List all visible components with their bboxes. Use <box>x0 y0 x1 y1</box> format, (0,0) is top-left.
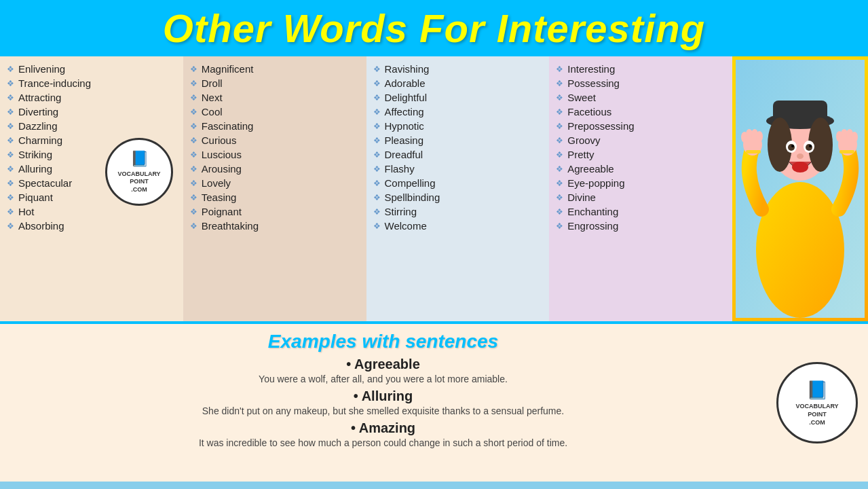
diamond-icon: ❖ <box>556 79 563 88</box>
list-item: ❖Curious <box>190 133 360 147</box>
diamond-icon: ❖ <box>556 93 563 103</box>
word-text: Enlivening <box>18 63 65 75</box>
word-text: Facetious <box>567 106 611 117</box>
list-item: ❖Droll <box>190 76 360 90</box>
logo-text: VOCABULARYPOINT.COM <box>117 170 160 194</box>
list-item: ❖Hot <box>7 204 176 219</box>
list-item: ❖Delightful <box>373 90 543 105</box>
word-text: Fascinating <box>202 120 254 132</box>
word-text: Dazzling <box>18 120 58 132</box>
diamond-icon: ❖ <box>7 150 14 160</box>
word-text: Charming <box>18 134 62 146</box>
svg-point-9 <box>788 144 795 151</box>
diamond-icon: ❖ <box>7 179 14 188</box>
diamond-icon: ❖ <box>373 207 381 217</box>
bottom-logo-text: VOCABULARYPOINT.COM <box>795 403 838 427</box>
list-item: ❖Stirring <box>373 204 543 219</box>
diamond-icon: ❖ <box>190 136 197 145</box>
word-text: Droll <box>202 77 223 89</box>
diamond-icon: ❖ <box>556 122 563 131</box>
word-text: Spectacular <box>18 177 72 189</box>
diamond-icon: ❖ <box>373 136 381 145</box>
svg-point-13 <box>792 162 808 173</box>
word-text: Enchanting <box>567 206 618 217</box>
word-text: Compelling <box>385 177 436 189</box>
diamond-icon: ❖ <box>190 150 197 160</box>
word-text: Diverting <box>18 106 58 117</box>
diamond-icon: ❖ <box>373 221 381 231</box>
list-item: ❖Engrossing <box>556 219 725 233</box>
list-item: ❖Prepossessing <box>556 119 725 133</box>
diamond-icon: ❖ <box>7 107 14 117</box>
diamond-icon: ❖ <box>556 179 563 188</box>
word-text: Welcome <box>385 220 427 232</box>
diamond-icon: ❖ <box>373 65 381 74</box>
diamond-icon: ❖ <box>373 122 381 131</box>
word-text: Affecting <box>385 106 424 117</box>
list-item: ❖Facetious <box>556 105 725 119</box>
list-item: ❖Luscious <box>190 147 360 162</box>
word-text: Delightful <box>385 92 428 103</box>
diamond-icon: ❖ <box>7 122 14 131</box>
list-item: ❖Magnificent <box>190 62 360 76</box>
list-item: ❖Affecting <box>373 105 543 119</box>
list-item: ❖Dreadful <box>373 147 543 162</box>
list-item: ❖Fascinating <box>190 119 360 133</box>
example-sentence-1: You were a wolf, after all, and you were… <box>20 374 746 384</box>
bottom-logo-section: 📘 VOCABULARYPOINT.COM <box>766 324 868 482</box>
list-item: ❖Spellbinding <box>373 190 543 204</box>
list-item: ❖Pleasing <box>373 133 543 147</box>
word-text: Interesting <box>567 63 615 75</box>
word-text: Breathtaking <box>202 220 259 232</box>
word-text: Divine <box>567 192 596 203</box>
list-item: ❖Eye-popping <box>556 176 725 190</box>
diamond-icon: ❖ <box>190 221 197 231</box>
word-text: Dreadful <box>385 149 423 160</box>
svg-rect-26 <box>839 150 854 153</box>
list-item: ❖Sweet <box>556 90 725 105</box>
diamond-icon: ❖ <box>373 150 381 160</box>
word-text: Eye-popping <box>567 177 624 189</box>
word-text: Stirring <box>385 206 417 217</box>
diamond-icon: ❖ <box>556 193 563 202</box>
list-item: ❖Absorbing <box>7 219 176 233</box>
person-image <box>732 56 868 321</box>
diamond-icon: ❖ <box>190 193 197 202</box>
svg-point-12 <box>809 145 812 147</box>
list-item: ❖Hypnotic <box>373 119 543 133</box>
word-text: Cool <box>202 106 223 117</box>
word-text: Spellbinding <box>385 192 440 203</box>
word-text: Pretty <box>567 149 594 160</box>
examples-content: Examples with sentences • Agreeable You … <box>0 324 766 482</box>
diamond-icon: ❖ <box>556 207 563 217</box>
example-2: • Alluring She didn't put on any makeup,… <box>20 388 746 416</box>
diamond-icon: ❖ <box>556 221 563 231</box>
list-item: ❖Ravishing <box>373 62 543 76</box>
word-text: Striking <box>18 149 52 160</box>
list-item: ❖Enlivening <box>7 62 176 76</box>
diamond-icon: ❖ <box>7 221 14 231</box>
vocabulary-point-logo: 📘 VOCABULARYPOINT.COM <box>105 138 173 206</box>
diamond-icon: ❖ <box>190 93 197 103</box>
word-column-3: ❖Ravishing❖Adorable❖Delightful❖Affecting… <box>366 56 550 321</box>
page-title: Other Words For Interesting <box>7 5 861 51</box>
bottom-vocabulary-logo: 📘 VOCABULARYPOINT.COM <box>776 362 858 443</box>
diamond-icon: ❖ <box>190 207 197 217</box>
word-text: Ravishing <box>385 63 430 75</box>
word-text: Groovy <box>567 134 600 146</box>
diamond-icon: ❖ <box>556 150 563 160</box>
word-text: Trance-inducing <box>18 77 91 89</box>
example-word-3: • Amazing <box>20 420 746 436</box>
word-text: Magnificent <box>202 63 254 75</box>
word-column-2: ❖Magnificent❖Droll❖Next❖Cool❖Fascinating… <box>183 56 366 321</box>
diamond-icon: ❖ <box>556 164 563 174</box>
bottom-logo-icon: 📘 <box>806 379 828 402</box>
word-text: Hot <box>18 206 34 217</box>
svg-point-10 <box>806 144 812 151</box>
diamond-icon: ❖ <box>7 93 14 103</box>
example-word-2: • Alluring <box>20 388 746 404</box>
word-text: Flashy <box>385 163 415 175</box>
list-item: ❖Pretty <box>556 147 725 162</box>
word-text: Curious <box>202 134 237 146</box>
diamond-icon: ❖ <box>556 107 563 117</box>
